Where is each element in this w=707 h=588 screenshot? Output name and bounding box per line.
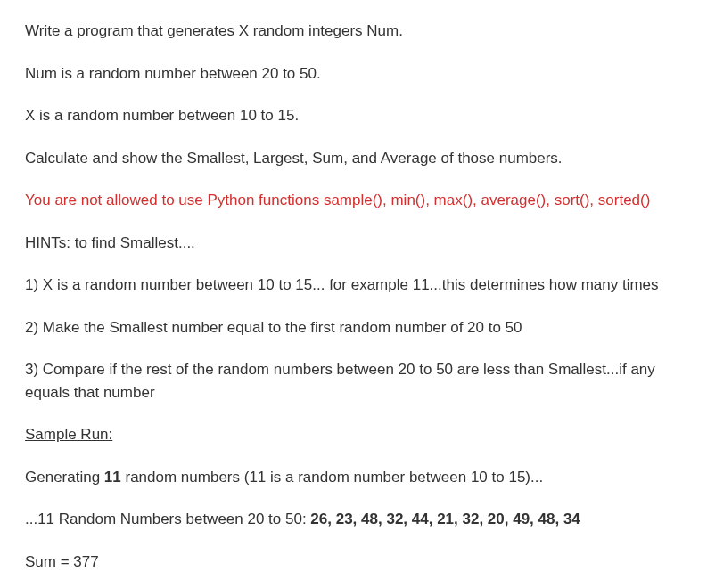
text-random-prefix: ...11 Random Numbers between 20 to 50: <box>25 510 310 527</box>
paragraph-x-range: X is a random number between 10 to 15. <box>25 104 682 127</box>
paragraph-hint-1: 1) X is a random number between 10 to 15… <box>25 274 682 297</box>
text-generating-prefix: Generating <box>25 469 104 486</box>
paragraph-generating: Generating 11 random numbers (11 is a ra… <box>25 466 682 489</box>
paragraph-num-range: Num is a random number between 20 to 50. <box>25 62 682 86</box>
text-generating-count: 11 <box>104 469 121 486</box>
paragraph-hint-2: 2) Make the Smallest number equal to the… <box>25 316 682 339</box>
paragraph-intro: Write a program that generates X random … <box>25 20 682 43</box>
paragraph-hints-header: HINTs: to find Smallest.... <box>25 232 682 255</box>
text-generating-suffix: random numbers (11 is a random number be… <box>121 469 543 486</box>
text-random-values: 26, 23, 48, 32, 44, 21, 32, 20, 49, 48, … <box>310 510 580 527</box>
paragraph-random-numbers: ...11 Random Numbers between 20 to 50: 2… <box>25 508 682 531</box>
paragraph-sum: Sum = 377 <box>25 551 682 574</box>
paragraph-calculate: Calculate and show the Smallest, Largest… <box>25 147 682 170</box>
paragraph-hint-3: 3) Compare if the rest of the random num… <box>25 358 682 404</box>
paragraph-restriction: You are not allowed to use Python functi… <box>25 189 682 212</box>
paragraph-sample-run-header: Sample Run: <box>25 423 682 446</box>
